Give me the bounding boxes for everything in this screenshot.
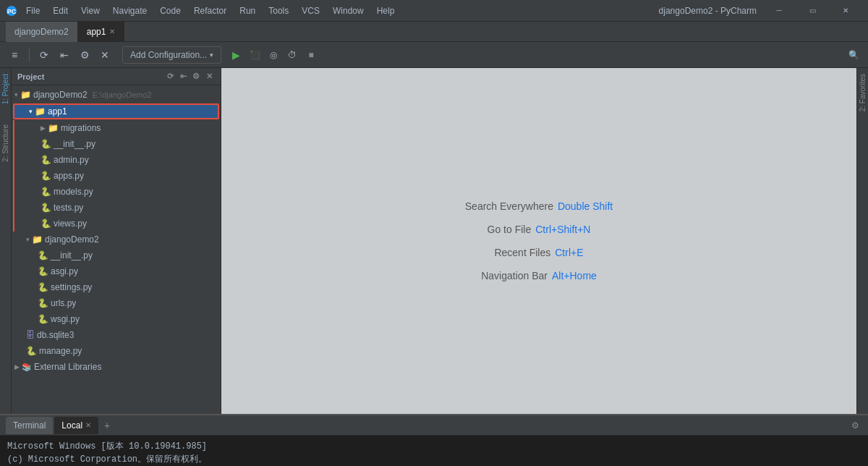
tree-item-manage[interactable]: 🐍 manage.py — [12, 343, 221, 359]
py-icon-settings: 🐍 — [38, 282, 48, 292]
stop-button[interactable]: ■ — [302, 46, 320, 64]
tree-item-db[interactable]: 🗄 db.sqlite3 — [12, 327, 221, 343]
tree-item-init-py[interactable]: 🐍 __init__.py — [13, 136, 221, 152]
add-configuration-button[interactable]: Add Configuration... ▾ — [122, 46, 221, 64]
toolbar-expand-btn[interactable]: ≡ — [6, 46, 23, 64]
menu-item-window[interactable]: Window — [327, 4, 370, 17]
tree-item-tests-py[interactable]: 🐍 tests.py — [13, 200, 221, 216]
add-config-label: Add Configuration... — [130, 50, 207, 60]
profile-button[interactable]: ⏱ — [284, 46, 301, 64]
menu-item-file[interactable]: File — [20, 4, 46, 17]
right-sidebar-favorites[interactable]: 2: Favorites — [859, 71, 867, 114]
run-button[interactable]: ▶ — [227, 46, 244, 64]
init-py-label: __init__.py — [54, 139, 95, 149]
external-libraries-label: External Libraries — [34, 362, 101, 372]
project-collapse-icon[interactable]: ⇤ — [177, 71, 189, 82]
admin-py-label: admin.py — [54, 155, 89, 165]
debug-button[interactable]: ⬛ — [246, 46, 263, 64]
local-tab[interactable]: Local ✕ — [54, 417, 98, 434]
tests-py-label: tests.py — [54, 203, 83, 213]
nav-label: Navigation Bar — [481, 270, 548, 281]
folder-icon: 📁 — [20, 90, 31, 100]
tab-bar: djangoDemo2 app1 ✕ — [0, 22, 868, 42]
tree-item-admin-py[interactable]: 🐍 admin.py — [13, 152, 221, 168]
chevron-down-icon: ▾ — [14, 91, 18, 98]
settings-icon[interactable]: ⚙ — [76, 46, 93, 64]
py-icon-asgi: 🐍 — [38, 266, 48, 276]
tab-app1[interactable]: app1 ✕ — [78, 22, 125, 42]
menu-item-refactor[interactable]: Refactor — [188, 4, 232, 17]
terminal-tabs-bar: Terminal Local ✕ + ⚙ — [0, 415, 868, 436]
menu-item-edit[interactable]: Edit — [47, 4, 74, 17]
title-bar: PC File Edit View Navigate Code Refactor… — [0, 0, 868, 22]
hide-icon[interactable]: ✕ — [96, 46, 114, 64]
menu-item-tools[interactable]: Tools — [263, 4, 294, 17]
py-icon-models: 🐍 — [41, 187, 51, 197]
window-controls: ─ ▭ ✕ — [762, 0, 862, 22]
project-settings-icon[interactable]: ⚙ — [190, 71, 202, 82]
db-label: db.sqlite3 — [37, 330, 74, 340]
py-icon-init: 🐍 — [41, 139, 51, 149]
coverage-button[interactable]: ◎ — [265, 46, 282, 64]
tree-item-wsgi[interactable]: 🐍 wsgi.py — [12, 311, 221, 327]
tree-item-sub-init[interactable]: 🐍 __init__.py — [12, 247, 221, 263]
ext-libs-icon: 📚 — [22, 363, 32, 372]
root-label: djangoDemo2 — [33, 90, 88, 100]
tree-item-migrations[interactable]: ▶ 📁 migrations — [13, 120, 221, 136]
models-py-label: models.py — [54, 187, 93, 197]
terminal-settings-icon[interactable]: ⚙ — [848, 418, 862, 433]
tree-root[interactable]: ▾ 📁 djangoDemo2 E:\djangoDemo2 — [12, 87, 221, 103]
maximize-button[interactable]: ▭ — [796, 0, 829, 22]
tree-item-apps-py[interactable]: 🐍 apps.py — [13, 168, 221, 184]
views-py-label: views.py — [54, 219, 87, 229]
menu-item-navigate[interactable]: Navigate — [107, 4, 153, 17]
migrations-label: migrations — [61, 123, 101, 133]
menu-item-help[interactable]: Help — [371, 4, 401, 17]
shortcut-search: Search Everywhere Double Shift — [465, 200, 613, 212]
terminal-content[interactable]: Microsoft Windows [版本 10.0.19041.985] (c… — [0, 436, 868, 466]
local-tab-close[interactable]: ✕ — [85, 421, 91, 429]
menu-item-view[interactable]: View — [75, 4, 106, 17]
sidebar-item-structure[interactable]: 2: Structure — [1, 122, 9, 165]
menu-item-vcs[interactable]: VCS — [296, 4, 326, 17]
tree-item-app1[interactable]: ▾ 📁 app1 — [13, 103, 219, 119]
tree-item-urls[interactable]: 🐍 urls.py — [12, 295, 221, 311]
add-terminal-button[interactable]: + — [100, 418, 114, 433]
tree-item-asgi[interactable]: 🐍 asgi.py — [12, 263, 221, 279]
tab-djangodemo2[interactable]: djangoDemo2 — [6, 22, 78, 42]
menu-item-run[interactable]: Run — [234, 4, 261, 17]
shortcut-recent: Recent Files Ctrl+E — [494, 247, 583, 258]
tree-item-external[interactable]: ▶ 📚 External Libraries — [12, 359, 221, 375]
svg-text:PC: PC — [7, 8, 17, 15]
asgi-label: asgi.py — [51, 266, 78, 276]
tab-label-app1: app1 — [87, 27, 106, 37]
search-label: Search Everywhere — [465, 200, 553, 212]
collapse-all-icon[interactable]: ⇤ — [56, 46, 73, 64]
sync-icon[interactable]: ⟳ — [35, 46, 53, 64]
editor-area: Search Everywhere Double Shift Go to Fil… — [221, 68, 856, 414]
tree-item-djangodemo2-sub[interactable]: ▾ 📁 djangoDemo2 — [12, 232, 221, 247]
dropdown-icon: ▾ — [210, 51, 213, 59]
menu-item-code[interactable]: Code — [154, 4, 187, 17]
tree-item-settings[interactable]: 🐍 settings.py — [12, 279, 221, 295]
py-icon-sub-init: 🐍 — [38, 250, 48, 260]
project-sync-icon[interactable]: ⟳ — [164, 71, 176, 82]
toolbar-sep1 — [29, 48, 30, 62]
toolbar: ≡ ⟳ ⇤ ⚙ ✕ Add Configuration... ▾ ▶ ⬛ ◎ ⏱… — [0, 42, 868, 68]
terminal-tab[interactable]: Terminal — [6, 417, 53, 434]
py-icon-urls: 🐍 — [38, 298, 48, 308]
sub-init-label: __init__.py — [51, 250, 93, 260]
search-key: Double Shift — [558, 200, 613, 212]
minimize-button[interactable]: ─ — [762, 0, 796, 22]
terminal-area: Terminal Local ✕ + ⚙ Microsoft Windows [… — [0, 414, 868, 466]
tab-close-app1[interactable]: ✕ — [109, 27, 115, 35]
project-hide-icon[interactable]: ✕ — [203, 71, 215, 82]
close-button[interactable]: ✕ — [829, 0, 862, 22]
tree-item-views-py[interactable]: 🐍 views.py — [13, 216, 221, 232]
shortcut-file: Go to File Ctrl+Shift+N — [488, 224, 591, 235]
search-everywhere-icon[interactable]: 🔍 — [845, 46, 862, 64]
sidebar-item-project[interactable]: 1: Project — [1, 71, 9, 107]
project-header-label: Project — [17, 72, 44, 81]
tree-item-models-py[interactable]: 🐍 models.py — [13, 184, 221, 200]
project-panel: Project ⟳ ⇤ ⚙ ✕ ▾ 📁 djangoDemo2 E:\djang… — [12, 68, 221, 414]
